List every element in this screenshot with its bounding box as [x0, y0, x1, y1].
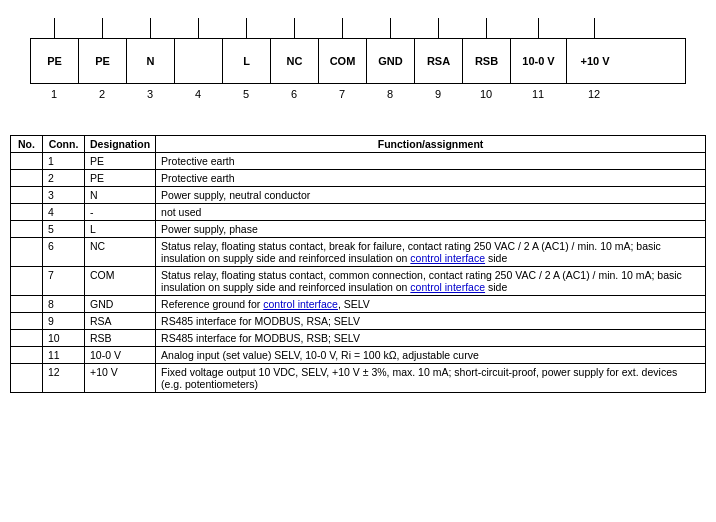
cell-conn: 5 [43, 221, 85, 238]
page-container: PE PE N L NC COM GND RSA RSB 10-0 V +10 … [0, 0, 716, 403]
num-7: 7 [318, 88, 366, 100]
cell-function: Power supply, neutral conductor [156, 187, 706, 204]
cell-designation: PE [85, 153, 156, 170]
table-row: 1110-0 VAnalog input (set value) SELV, 1… [11, 347, 706, 364]
cell-conn: 8 [43, 296, 85, 313]
cell-conn: 11 [43, 347, 85, 364]
header-designation: Designation [85, 136, 156, 153]
pin-5: L [223, 39, 271, 83]
cell-designation: COM [85, 267, 156, 296]
num-4: 4 [174, 88, 222, 100]
cell-function: Analog input (set value) SELV, 10-0 V, R… [156, 347, 706, 364]
cell-conn: 6 [43, 238, 85, 267]
pin-3: N [127, 39, 175, 83]
cell-function: Status relay, floating status contact, c… [156, 267, 706, 296]
cell-function: Protective earth [156, 170, 706, 187]
cell-conn: 9 [43, 313, 85, 330]
table-row: 1PEProtective earth [11, 153, 706, 170]
pin-9: RSA [415, 39, 463, 83]
numbers-row: 1 2 3 4 5 6 7 8 9 10 11 12 [30, 88, 686, 100]
num-10: 10 [462, 88, 510, 100]
cell-designation: 10-0 V [85, 347, 156, 364]
cell-no [11, 153, 43, 170]
num-8: 8 [366, 88, 414, 100]
num-1: 1 [30, 88, 78, 100]
table-row: 12+10 VFixed voltage output 10 VDC, SELV… [11, 364, 706, 393]
cell-no [11, 296, 43, 313]
cell-designation: GND [85, 296, 156, 313]
num-5: 5 [222, 88, 270, 100]
pins-row: PE PE N L NC COM GND RSA RSB 10-0 V +10 … [30, 38, 686, 84]
num-3: 3 [126, 88, 174, 100]
cell-no [11, 170, 43, 187]
control-interface-link: control interface [263, 298, 338, 310]
cell-no [11, 267, 43, 296]
cell-conn: 3 [43, 187, 85, 204]
cell-no [11, 187, 43, 204]
cell-function: RS485 interface for MODBUS, RSB; SELV [156, 330, 706, 347]
cell-function: RS485 interface for MODBUS, RSA; SELV [156, 313, 706, 330]
table-row: 4-not used [11, 204, 706, 221]
header-conn: Conn. [43, 136, 85, 153]
table-row: 6NCStatus relay, floating status contact… [11, 238, 706, 267]
cell-no [11, 313, 43, 330]
num-11: 11 [510, 88, 566, 100]
cell-conn: 1 [43, 153, 85, 170]
cell-designation: N [85, 187, 156, 204]
pin-7: COM [319, 39, 367, 83]
table-row: 3NPower supply, neutral conductor [11, 187, 706, 204]
num-6: 6 [270, 88, 318, 100]
cell-no [11, 204, 43, 221]
cell-conn: 10 [43, 330, 85, 347]
cell-function: not used [156, 204, 706, 221]
header-function: Function/assignment [156, 136, 706, 153]
table-row: 8GNDReference ground for control interfa… [11, 296, 706, 313]
cell-no [11, 364, 43, 393]
cell-no [11, 347, 43, 364]
header-no: No. [11, 136, 43, 153]
connection-table: No. Conn. Designation Function/assignmen… [10, 135, 706, 393]
cell-designation: RSA [85, 313, 156, 330]
cell-function: Reference ground for control interface, … [156, 296, 706, 313]
num-9: 9 [414, 88, 462, 100]
cell-designation: L [85, 221, 156, 238]
table-row: 5LPower supply, phase [11, 221, 706, 238]
table-section: No. Conn. Designation Function/assignmen… [0, 125, 716, 403]
pin-12: +10 V [567, 39, 623, 83]
pin-10: RSB [463, 39, 511, 83]
cell-conn: 2 [43, 170, 85, 187]
cell-designation: PE [85, 170, 156, 187]
pin-4 [175, 39, 223, 83]
cell-designation: RSB [85, 330, 156, 347]
cell-no [11, 221, 43, 238]
cell-function: Power supply, phase [156, 221, 706, 238]
cell-function: Fixed voltage output 10 VDC, SELV, +10 V… [156, 364, 706, 393]
control-interface-link: control interface [410, 281, 485, 293]
pin-11: 10-0 V [511, 39, 567, 83]
cell-no [11, 238, 43, 267]
cell-conn: 4 [43, 204, 85, 221]
pin-1: PE [31, 39, 79, 83]
control-interface-link: control interface [410, 252, 485, 264]
pin-2: PE [79, 39, 127, 83]
num-12: 12 [566, 88, 622, 100]
cell-no [11, 330, 43, 347]
top-lines [30, 18, 686, 38]
num-2: 2 [78, 88, 126, 100]
pin-8: GND [367, 39, 415, 83]
cell-designation: NC [85, 238, 156, 267]
pin-6: NC [271, 39, 319, 83]
cell-designation: - [85, 204, 156, 221]
table-row: 9RSARS485 interface for MODBUS, RSA; SEL… [11, 313, 706, 330]
cell-function: Protective earth [156, 153, 706, 170]
cell-conn: 12 [43, 364, 85, 393]
diagram-section: PE PE N L NC COM GND RSA RSB 10-0 V +10 … [0, 0, 716, 110]
cell-designation: +10 V [85, 364, 156, 393]
table-row: 2PEProtective earth [11, 170, 706, 187]
table-row: 10RSBRS485 interface for MODBUS, RSB; SE… [11, 330, 706, 347]
cell-conn: 7 [43, 267, 85, 296]
table-row: 7COMStatus relay, floating status contac… [11, 267, 706, 296]
cell-function: Status relay, floating status contact, b… [156, 238, 706, 267]
